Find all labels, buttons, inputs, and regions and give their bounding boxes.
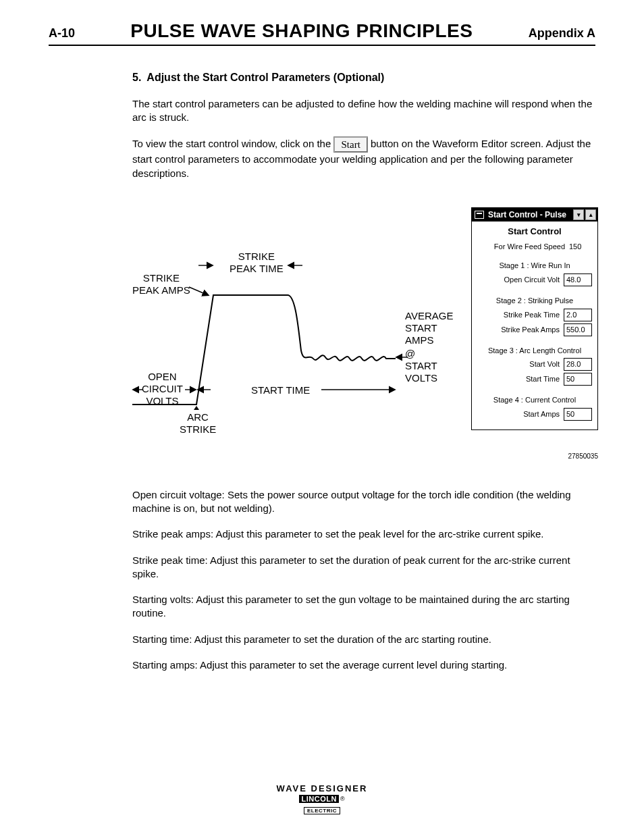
ocv-label: Open Circuit Volt	[477, 275, 560, 285]
panel-window-title: Start Control - Pulse	[488, 209, 566, 220]
stage1-title: Stage 1 : Wire Run In	[477, 261, 592, 271]
page-title: PULSE WAVE SHAPING PRINCIPLES	[130, 20, 473, 42]
start-control-panel: Start Control - Pulse ▾ ▴ Start Control …	[471, 207, 598, 430]
stage2-title: Stage 2 : Striking Pulse	[477, 296, 592, 306]
section-number: 5.	[132, 72, 141, 83]
paragraph-intro: The start control parameters can be adju…	[132, 97, 595, 125]
spa-input[interactable]: 550.0	[564, 323, 592, 336]
stage4-title: Stage 4 : Current Control	[477, 395, 592, 405]
def-ocv: Open circuit voltage: Sets the power sou…	[132, 488, 595, 516]
def-sa: Starting amps: Adjust this parameter to …	[132, 658, 595, 672]
page-number: A-10	[49, 26, 75, 41]
minimize-icon[interactable]: ▾	[573, 209, 584, 220]
document-page: A-10 PULSE WAVE SHAPING PRINCIPLES Appen…	[0, 0, 644, 834]
panel-body: Start Control For Wire Feed Speed 150 St…	[472, 221, 597, 429]
footer-product: WAVE DESIGNER	[0, 783, 644, 793]
para2-pre: To view the start control window, click …	[132, 138, 333, 149]
ocv-input[interactable]: 48.0	[564, 273, 592, 286]
figure-area: STRIKEPEAK TIME STRIKEPEAK AMPS AVERAGES…	[132, 207, 595, 464]
def-spa: Strike peak amps: Adjust this parameter …	[132, 527, 595, 541]
label-strike-peak-amps: STRIKEPEAK AMPS	[132, 272, 190, 296]
sa-label: Start Amps	[477, 409, 560, 419]
brand-name: LINCOLN	[299, 795, 338, 803]
spt-input[interactable]: 2.0	[564, 309, 592, 321]
svg-line-2	[189, 287, 208, 295]
st-input[interactable]: 50	[564, 373, 592, 386]
maximize-icon[interactable]: ▴	[585, 209, 596, 220]
panel-heading: Start Control	[477, 226, 592, 238]
page-footer: WAVE DESIGNER LINCOLN ® ELECTRIC	[0, 783, 644, 815]
def-st: Starting time: Adjust this parameter to …	[132, 633, 595, 646]
label-strike-peak-time: STRIKEPEAK TIME	[230, 251, 284, 275]
figure-id: 27850035	[568, 452, 599, 461]
st-label: Start Time	[477, 374, 560, 384]
label-start-time: START TIME	[251, 384, 310, 396]
brand-logo: LINCOLN ® ELECTRIC	[299, 795, 344, 815]
page-header: A-10 PULSE WAVE SHAPING PRINCIPLES Appen…	[49, 20, 595, 46]
start-button[interactable]: Start	[333, 136, 367, 153]
label-average-start-amps: AVERAGESTARTAMPS	[405, 310, 453, 346]
label-arc-strike: ARCSTRIKE	[180, 411, 216, 436]
registered-icon: ®	[340, 796, 345, 802]
window-menu-icon[interactable]	[475, 211, 484, 219]
wfs-label: For Wire Feed Speed	[477, 242, 565, 252]
wfs-value: 150	[569, 242, 592, 252]
content-column: 5.Adjust the Start Control Parameters (O…	[49, 70, 595, 672]
section-title: Adjust the Start Control Parameters (Opt…	[146, 72, 384, 83]
spt-label: Strike Peak Time	[477, 310, 560, 320]
label-open-circuit-volts: OPENCIRCUITVOLTS	[142, 371, 183, 407]
sv-label: Start Volt	[477, 359, 560, 369]
brand-sub: ELECTRIC	[304, 807, 340, 814]
sa-input[interactable]: 50	[564, 408, 592, 421]
spa-label: Strike Peak Amps	[477, 325, 560, 335]
panel-titlebar[interactable]: Start Control - Pulse ▾ ▴	[472, 208, 597, 221]
section-heading: 5.Adjust the Start Control Parameters (O…	[132, 70, 595, 85]
appendix-label: Appendix A	[529, 26, 595, 41]
paragraph-instructions: To view the start control window, click …	[132, 136, 595, 180]
sv-input[interactable]: 28.0	[564, 358, 592, 371]
def-sv: Starting volts: Adjust this parameter to…	[132, 593, 595, 621]
stage3-title: Stage 3 : Arc Length Control	[477, 346, 592, 356]
label-at-start-volts: @STARTVOLTS	[405, 348, 437, 384]
def-spt: Strike peak time: Adjust this parameter …	[132, 554, 595, 581]
